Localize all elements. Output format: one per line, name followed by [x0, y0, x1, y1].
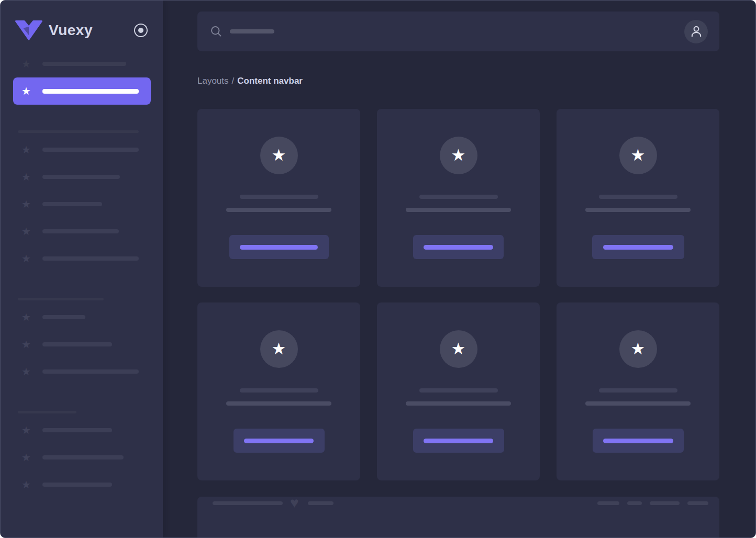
app-window: Vuexy ★★★★★★★★★★★★★ L: [0, 0, 756, 538]
card-avatar: ★: [260, 137, 298, 174]
skeleton-line: [599, 388, 677, 393]
radio-dot: [138, 28, 143, 33]
card: ★: [557, 109, 719, 287]
breadcrumb: Layouts / Content navbar: [197, 76, 719, 86]
skeleton-bar: [42, 62, 126, 66]
skeleton-bar: [240, 245, 318, 250]
star-icon: ★: [21, 366, 34, 377]
sidebar-item[interactable]: ★: [1, 190, 163, 218]
card: ★: [377, 109, 540, 287]
skeleton-bar: [18, 130, 139, 133]
skeleton-bar: [603, 245, 673, 250]
sidebar-item[interactable]: ★: [1, 245, 163, 272]
sidebar-item[interactable]: ★: [1, 471, 163, 498]
star-icon: ★: [21, 199, 34, 209]
star-icon: ★: [21, 86, 34, 96]
skeleton-line: [585, 401, 691, 406]
footer: ♥: [197, 497, 719, 538]
sidebar-item[interactable]: ★: [1, 444, 163, 471]
footer-left-group: ♥: [213, 497, 333, 509]
star-icon: ★: [272, 147, 286, 163]
skeleton-bar: [627, 501, 642, 505]
breadcrumb-separator: /: [232, 76, 235, 86]
star-icon: ★: [272, 341, 286, 357]
vuexy-logo-icon: [15, 20, 42, 40]
skeleton-bar: [603, 439, 673, 443]
skeleton-bar: [424, 439, 493, 443]
sidebar-item[interactable]: ★: [1, 358, 163, 385]
skeleton-line: [585, 208, 691, 212]
skeleton-bar: [244, 439, 314, 443]
skeleton-bar: [42, 175, 120, 179]
card-avatar: ★: [440, 330, 477, 368]
card: ★: [377, 302, 540, 480]
skeleton-bar: [18, 411, 76, 413]
sidebar-item[interactable]: ★: [1, 417, 163, 444]
card-grid: ★★★★★★: [197, 109, 719, 480]
star-icon: ★: [21, 425, 34, 435]
skeleton-bar: [424, 245, 493, 250]
card-button-skeleton[interactable]: [592, 235, 684, 259]
card-avatar: ★: [260, 330, 298, 368]
skeleton-bar: [42, 342, 112, 346]
sidebar-item[interactable]: ★: [1, 331, 163, 358]
star-icon: ★: [21, 253, 34, 264]
skeleton-bar: [42, 202, 102, 206]
card-avatar: ★: [619, 137, 657, 174]
skeleton-line: [226, 401, 331, 406]
skeleton-bar: [42, 148, 139, 152]
top-navbar: [197, 12, 719, 51]
card-button-skeleton[interactable]: [413, 235, 504, 259]
card-button-skeleton[interactable]: [234, 429, 325, 453]
skeleton-bar: [308, 501, 333, 505]
sidebar-item[interactable]: ★: [1, 163, 163, 190]
heart-icon: ♥: [290, 497, 299, 509]
footer-content: ♥: [197, 497, 719, 509]
skeleton-bar: [42, 369, 139, 374]
card-button-skeleton[interactable]: [229, 235, 329, 259]
card: ★: [557, 302, 719, 480]
breadcrumb-current: Content navbar: [237, 76, 303, 86]
skeleton-bar: [42, 483, 112, 487]
skeleton-line: [406, 208, 511, 212]
avatar[interactable]: [684, 20, 708, 43]
sidebar-item[interactable]: ★: [1, 304, 163, 331]
star-icon: ★: [451, 147, 466, 163]
search-placeholder-skeleton: [230, 29, 274, 33]
sidebar-item[interactable]: ★: [1, 136, 163, 163]
skeleton-bar: [42, 89, 139, 94]
sidebar: Vuexy ★★★★★★★★★★★★★: [1, 1, 163, 537]
skeleton-bar: [42, 256, 139, 261]
sidebar-item[interactable]: ★: [1, 50, 163, 77]
skeleton-bar: [597, 501, 619, 505]
star-icon: ★: [21, 339, 34, 350]
star-icon: ★: [631, 147, 646, 163]
skeleton-line: [240, 195, 318, 199]
card-button-skeleton[interactable]: [413, 429, 504, 453]
star-icon: ★: [21, 144, 34, 155]
star-icon: ★: [631, 341, 646, 357]
search-input[interactable]: [210, 25, 274, 38]
star-icon: ★: [21, 226, 34, 237]
star-icon: ★: [21, 172, 34, 182]
skeleton-bar: [42, 455, 124, 459]
skeleton-line: [419, 195, 498, 199]
user-icon: [689, 24, 704, 39]
skeleton-bar: [687, 501, 708, 505]
card: ★: [197, 109, 360, 287]
skeleton-line: [406, 401, 511, 406]
skeleton-line: [240, 388, 318, 393]
star-icon: ★: [21, 312, 34, 322]
skeleton-bar: [42, 315, 85, 319]
skeleton-line: [599, 195, 677, 199]
breadcrumb-section[interactable]: Layouts: [197, 76, 229, 86]
skeleton-bar: [42, 428, 112, 432]
card-button-skeleton[interactable]: [593, 429, 684, 453]
sidebar-item[interactable]: ★: [1, 218, 163, 245]
star-icon: ★: [21, 59, 34, 69]
radio-circle-icon[interactable]: [134, 24, 148, 37]
sidebar-menu: ★★★★★★★★★★★★★: [1, 40, 163, 498]
card: ★: [197, 302, 360, 480]
skeleton-line: [419, 388, 498, 393]
sidebar-item-active[interactable]: ★: [13, 77, 151, 105]
